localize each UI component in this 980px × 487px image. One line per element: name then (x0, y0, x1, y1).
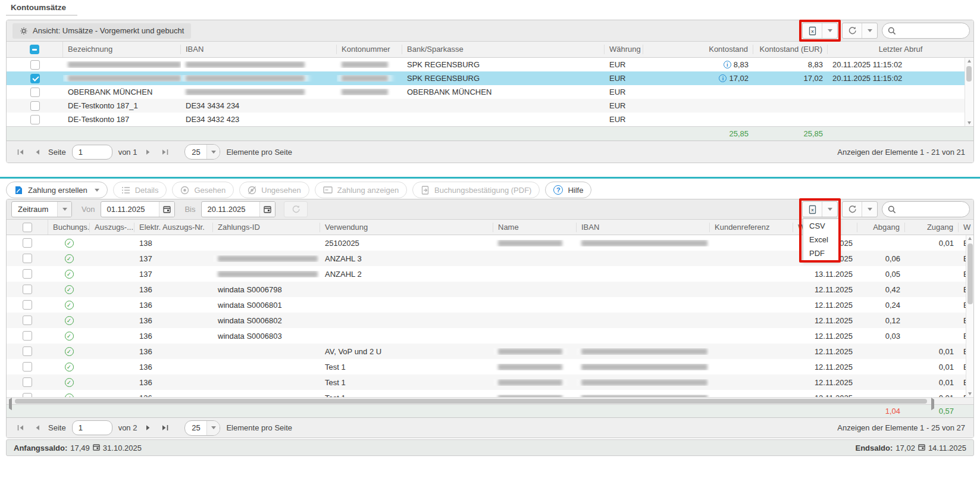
scrollbar-thumb[interactable] (968, 244, 973, 304)
row-checkbox[interactable] (23, 362, 32, 372)
refresh-button[interactable] (843, 23, 862, 38)
per-page-select[interactable]: 25 (184, 144, 220, 160)
column-header[interactable]: IBAN (181, 45, 337, 54)
row-checkbox[interactable] (23, 238, 32, 248)
column-header[interactable]: Zahlungs-ID (213, 223, 320, 232)
column-header[interactable]: Kontostand (643, 45, 753, 54)
horizontal-scrollbar[interactable] (7, 397, 973, 404)
row-checkbox[interactable] (23, 269, 32, 279)
export-csv-item[interactable]: CSV (803, 219, 839, 233)
zahlung-anzeigen-button[interactable]: Zahlung anzeigen (315, 182, 407, 198)
column-header[interactable]: Bank/Sparkasse (402, 45, 605, 54)
transaction-row[interactable]: ✓136windata S000680312.11.20250,03EUR (7, 328, 966, 344)
prev-page-button[interactable] (32, 423, 42, 433)
column-header[interactable]: Zugang (905, 223, 959, 232)
account-row[interactable]: SPK REGENSBURGEURi8,838,8320.11.2025 11:… (7, 58, 965, 71)
calendar-icon[interactable] (259, 202, 275, 217)
row-checkbox[interactable] (23, 393, 32, 397)
export-dropdown-caret[interactable] (822, 23, 837, 38)
row-checkbox[interactable] (30, 101, 40, 111)
row-checkbox[interactable] (30, 88, 40, 97)
row-checkbox[interactable] (23, 377, 32, 387)
row-checkbox[interactable] (30, 115, 40, 124)
scroll-up-icon[interactable] (965, 60, 973, 63)
last-page-button[interactable] (159, 423, 170, 433)
apply-filter-refresh-button[interactable] (284, 201, 308, 217)
zahlung-erstellen-button[interactable]: Zahlung erstellen (6, 182, 108, 198)
column-header[interactable]: Kontostand (EUR) (753, 45, 828, 54)
transaction-row[interactable]: ✓136windata S000680112.11.20250,24EUR (7, 297, 966, 313)
column-header[interactable]: IBAN (577, 223, 710, 232)
bis-date-field[interactable]: 20.11.2025 (201, 201, 275, 217)
column-header[interactable]: Verwendung (320, 223, 493, 232)
transactions-vertical-scrollbar[interactable] (966, 235, 973, 397)
account-row[interactable]: DE-Testkonto 187DE34 3432 423EUR (7, 113, 965, 126)
view-settings-button[interactable]: Ansicht: Umsätze - Vorgemerkt und gebuch… (12, 23, 191, 39)
export-excel-item[interactable]: Excel (803, 233, 839, 246)
details-button[interactable]: Details (113, 182, 167, 198)
transaction-row[interactable]: ✓136windata S000679812.11.20250,42EUR (7, 282, 966, 297)
export-pdf-item[interactable]: PDF (803, 246, 839, 260)
column-header[interactable]: Bezeichnung (63, 45, 181, 54)
buchungsbestätigung-pdf-button[interactable]: Buchungsbestätigung (PDF) (412, 182, 540, 198)
zeitraum-select[interactable]: Zeitraum (11, 201, 72, 217)
export-button[interactable]: x (803, 23, 822, 38)
row-checkbox[interactable] (30, 74, 40, 83)
row-checkbox[interactable] (23, 254, 32, 263)
row-checkbox[interactable] (30, 60, 40, 70)
export-button[interactable]: x (803, 202, 822, 217)
transaction-row[interactable]: ✓136Test 112.11.20250,01EUR (7, 390, 966, 397)
column-header[interactable]: Letzter Abruf (828, 45, 973, 54)
calendar-icon[interactable] (159, 202, 174, 217)
next-page-button[interactable] (143, 423, 154, 433)
next-page-button[interactable] (143, 146, 154, 157)
scroll-left-icon[interactable] (9, 399, 12, 408)
account-row[interactable]: SPK REGENSBURGEURi17,0217,0220.11.2025 1… (7, 71, 965, 85)
transaction-row[interactable]: ✓137ANZAHL 213.11.20250,05EUR (7, 266, 966, 282)
refresh-dropdown-caret[interactable] (862, 23, 877, 38)
info-icon[interactable]: i (719, 74, 727, 82)
gesehen-button[interactable]: Gesehen (172, 182, 234, 198)
refresh-dropdown-caret[interactable] (862, 202, 877, 217)
scroll-down-icon[interactable] (966, 392, 973, 395)
account-row[interactable]: OBERBANK MÜNCHENOBERBANK MÜNCHENEUR (7, 85, 965, 99)
column-header[interactable]: W (959, 223, 973, 232)
scroll-up-icon[interactable] (966, 237, 973, 240)
column-header[interactable]: Kontonummer (337, 45, 402, 54)
row-checkbox[interactable] (23, 331, 32, 341)
row-checkbox[interactable] (23, 346, 32, 356)
transaction-row[interactable]: ✓136Test 112.11.20250,01EUR (7, 359, 966, 374)
transaction-row[interactable]: ✓136AV, VoP und 2 U12.11.20250,01EUR (7, 344, 966, 359)
scrollbar-thumb[interactable] (966, 66, 972, 82)
von-date-field[interactable]: 01.11.2025 (101, 201, 175, 217)
row-checkbox[interactable] (23, 300, 32, 310)
column-header[interactable]: Name (493, 223, 577, 232)
scroll-right-icon[interactable] (931, 399, 934, 408)
column-header[interactable]: Buchungs... (48, 223, 90, 232)
export-dropdown-caret[interactable] (822, 202, 837, 217)
transaction-row[interactable]: ✓136windata S000680212.11.20250,12EUR (7, 313, 966, 328)
column-header[interactable]: Kundenreferenz (710, 223, 793, 232)
ungesehen-button[interactable]: Ungesehen (239, 182, 309, 198)
column-header[interactable]: Elektr. Auszugs-Nr. (134, 223, 213, 232)
hilfe-button[interactable]: ?Hilfe (545, 182, 591, 198)
page-number-input[interactable] (72, 145, 112, 160)
row-checkbox[interactable] (23, 285, 32, 294)
column-header[interactable]: Währung (605, 45, 643, 54)
account-row[interactable]: DE-Testkonto 187_1DE34 3434 234EUR (7, 99, 965, 113)
search-input[interactable] (900, 26, 969, 36)
page-number-input[interactable] (72, 420, 112, 435)
search-input[interactable] (900, 204, 969, 214)
column-header[interactable]: Auszugs-... (90, 223, 134, 232)
select-all-checkbox[interactable] (30, 45, 39, 54)
scroll-down-icon[interactable] (965, 121, 973, 124)
first-page-button[interactable] (15, 146, 26, 157)
last-page-button[interactable] (159, 146, 170, 157)
first-page-button[interactable] (15, 423, 26, 433)
row-checkbox[interactable] (23, 316, 32, 325)
transaction-row[interactable]: ✓136Test 112.11.20250,01EUR (7, 374, 966, 390)
info-icon[interactable]: i (724, 61, 731, 68)
select-all-checkbox[interactable] (23, 223, 32, 232)
refresh-button[interactable] (843, 202, 862, 217)
accounts-vertical-scrollbar[interactable] (965, 58, 973, 126)
